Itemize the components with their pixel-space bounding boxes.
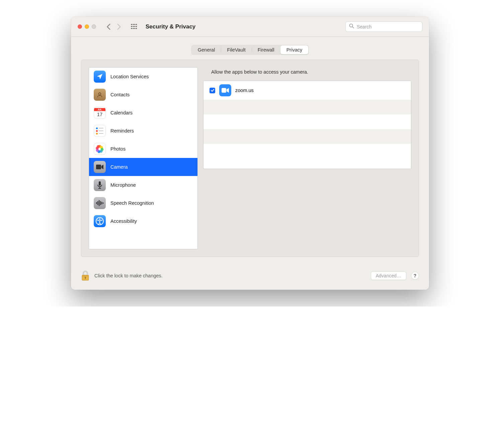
privacy-sidebar: Location Services Contacts JUL 17 Calend… [89,67,198,249]
tab-privacy[interactable]: Privacy [280,46,309,54]
svg-rect-28 [97,201,98,205]
search-field[interactable] [345,21,422,32]
back-button[interactable] [107,24,111,30]
sidebar-item-label: Microphone [110,182,136,188]
svg-rect-23 [96,165,101,169]
traffic-lights [78,24,96,29]
sidebar-item-microphone[interactable]: Microphone [89,176,197,194]
nav-arrows [107,24,121,30]
svg-point-1 [133,24,134,25]
content-area: Location Services Contacts JUL 17 Calend… [81,60,419,257]
preferences-window: Security & Privacy General FileVault Fir… [71,17,429,290]
svg-point-3 [136,24,137,25]
zoom-button-disabled [92,24,96,29]
contacts-icon [94,89,106,101]
location-icon [94,71,106,83]
camera-icon [94,161,106,173]
sidebar-item-camera[interactable]: Camera [89,158,197,176]
tab-firewall[interactable]: Firewall [252,46,280,54]
svg-point-0 [131,24,132,25]
sidebar-item-calendars[interactable]: JUL 17 Calendars [89,104,197,122]
svg-point-2 [134,24,135,25]
empty-row [203,144,411,159]
sidebar-item-reminders[interactable]: Reminders [89,122,197,140]
show-all-icon[interactable] [131,24,137,30]
svg-point-4 [131,26,132,27]
tab-filevault[interactable]: FileVault [221,46,251,54]
sidebar-item-photos[interactable]: Photos [89,140,197,158]
svg-rect-35 [222,88,226,93]
svg-line-13 [352,27,354,28]
sidebar-item-label: Camera [110,164,128,170]
svg-rect-30 [100,201,101,205]
search-icon [349,23,354,30]
microphone-icon [94,179,106,191]
zoom-app-icon [219,84,231,96]
empty-row [203,114,411,129]
help-button[interactable]: ? [411,272,419,280]
svg-point-14 [99,93,101,95]
svg-point-7 [136,26,137,27]
lock-icon[interactable] [81,270,90,281]
reminders-icon [94,125,106,137]
sidebar-item-speech-recognition[interactable]: Speech Recognition [89,194,197,212]
svg-point-8 [131,28,132,29]
svg-point-9 [133,28,134,29]
svg-point-6 [134,26,135,27]
svg-point-5 [133,26,134,27]
lock-text: Click the lock to make changes. [94,273,163,278]
detail-description: Allow the apps below to access your came… [211,69,411,75]
app-permission-list: zoom.us [203,81,411,169]
app-row: zoom.us [203,81,411,100]
svg-point-34 [99,218,100,220]
sidebar-item-accessibility[interactable]: Accessibility [89,212,197,230]
detail-pane: Allow the apps below to access your came… [203,67,411,249]
advanced-button[interactable]: Advanced… [371,271,406,280]
sidebar-item-label: Photos [110,146,126,152]
svg-rect-29 [99,200,100,206]
sidebar-item-location-services[interactable]: Location Services [89,68,197,86]
titlebar: Security & Privacy [71,17,429,37]
svg-rect-37 [82,275,89,276]
close-button[interactable] [78,24,82,29]
minimize-button[interactable] [85,24,89,29]
svg-rect-31 [101,202,102,204]
speech-icon [94,197,106,209]
photos-icon [94,143,106,155]
footer: Click the lock to make changes. Advanced… [71,264,429,290]
sidebar-item-label: Contacts [110,92,130,97]
sidebar-item-contacts[interactable]: Contacts [89,86,197,104]
svg-rect-39 [85,278,86,279]
sidebar-item-label: Accessibility [110,218,137,224]
sidebar-item-label: Reminders [110,128,134,133]
calendar-icon: JUL 17 [94,107,106,119]
tabs-segment: General FileVault Firewall Privacy [191,45,309,55]
tab-bar: General FileVault Firewall Privacy [71,37,429,60]
svg-rect-27 [96,202,97,204]
sidebar-item-label: Calendars [110,110,133,115]
svg-rect-24 [99,181,101,186]
empty-row [203,100,411,114]
window-title: Security & Privacy [146,23,195,30]
sidebar-item-label: Speech Recognition [110,200,154,206]
forward-button [117,24,121,30]
empty-row [203,129,411,144]
svg-point-11 [136,28,137,29]
app-name: zoom.us [235,88,254,93]
sidebar-item-label: Location Services [110,74,149,79]
search-input[interactable] [357,24,419,29]
permission-checkbox[interactable] [210,88,215,93]
svg-point-22 [97,145,100,148]
svg-rect-32 [103,202,104,204]
tab-general[interactable]: General [192,46,221,54]
accessibility-icon [94,215,106,227]
svg-point-10 [134,28,135,29]
